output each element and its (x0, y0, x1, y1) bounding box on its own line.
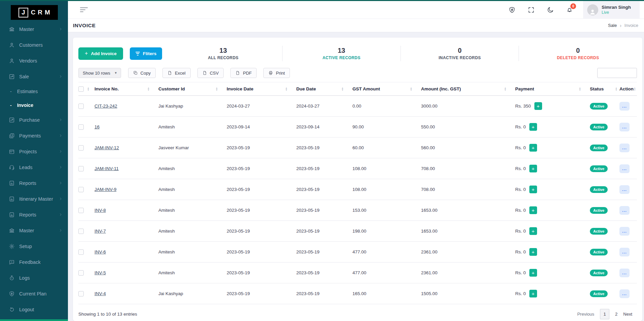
sort-icon[interactable]: ▲▼ (147, 87, 150, 91)
invoice-no-cell: JAM-INV-12 (94, 137, 158, 158)
sidebar-item-setup[interactable]: Setup (0, 238, 68, 254)
row-actions-button[interactable]: ... (619, 227, 630, 236)
pagination-page-1[interactable]: 1 (600, 309, 609, 319)
bell-icon[interactable]: 0 (566, 6, 573, 13)
breadcrumb: Sale › Invoice (608, 23, 638, 28)
sidebar-item-current-plan[interactable]: Current Plan (0, 286, 68, 302)
row-actions-button[interactable]: ... (619, 289, 630, 298)
row-checkbox[interactable] (78, 104, 84, 109)
invoice-link[interactable]: INV-4 (94, 291, 106, 296)
sidebar-item-estimates[interactable]: -Estimates (0, 84, 68, 98)
sidebar-item-reports[interactable]: Reports (0, 175, 68, 191)
row-checkbox[interactable] (78, 229, 84, 234)
add-payment-button[interactable]: + (534, 102, 542, 110)
due-date-cell: 2023-05-19 (296, 283, 352, 304)
fullscreen-icon[interactable] (528, 6, 535, 13)
pagination-previous[interactable]: Previous (577, 312, 594, 317)
row-checkbox[interactable] (78, 291, 84, 296)
row-actions-button[interactable]: ... (619, 123, 630, 131)
chart-icon (9, 74, 15, 80)
sort-icon[interactable]: ▲▼ (615, 87, 617, 91)
invoice-link[interactable]: JAM-INV-11 (94, 166, 119, 171)
invoice-link[interactable]: INV-7 (94, 229, 106, 234)
sort-icon[interactable]: ▲▼ (285, 87, 288, 91)
sidebar-item-customers[interactable]: Customers (0, 37, 68, 53)
sort-icon[interactable]: ▲▼ (579, 87, 581, 91)
column-header-label: Invoice Date (227, 86, 254, 91)
add-payment-button[interactable]: + (529, 248, 537, 256)
sort-icon[interactable]: ▲▼ (410, 87, 412, 91)
add-payment-button[interactable]: + (529, 290, 537, 297)
row-actions-button[interactable]: ... (619, 248, 630, 256)
invoice-link[interactable]: CIT-23-242 (94, 104, 117, 109)
row-checkbox[interactable] (78, 187, 84, 192)
row-checkbox[interactable] (78, 208, 84, 213)
copy-button[interactable]: Copy (128, 68, 156, 78)
add-payment-button[interactable]: + (529, 144, 537, 152)
invoice-link[interactable]: INV-6 (94, 249, 106, 254)
invoice-link[interactable]: 16 (94, 124, 100, 129)
sidebar-item-sale[interactable]: Sale (0, 69, 68, 84)
sidebar-item-payments[interactable]: Payments (0, 128, 68, 144)
row-checkbox[interactable] (78, 145, 84, 151)
breadcrumb-parent[interactable]: Sale (608, 23, 617, 28)
sidebar-item-feedback[interactable]: Feedback (0, 254, 68, 270)
sidebar-item-leads[interactable]: Leads (0, 159, 68, 175)
excel-button[interactable]: Excel (162, 68, 191, 78)
row-checkbox[interactable] (78, 124, 84, 130)
pdf-button[interactable]: PDF (230, 68, 257, 78)
row-actions-button[interactable]: ... (619, 206, 630, 215)
csv-button[interactable]: CSV (197, 68, 224, 78)
shield-bolt-icon[interactable] (508, 6, 516, 13)
user-menu[interactable]: Simran Singh Live (583, 1, 640, 19)
sort-icon[interactable]: ▲▼ (87, 87, 94, 91)
row-checkbox[interactable] (78, 166, 84, 171)
action-cell: ... (619, 117, 637, 137)
search-input[interactable] (597, 68, 637, 78)
app-logo[interactable]: J CRM (11, 5, 58, 20)
row-checkbox-cell (78, 96, 87, 117)
select-all-checkbox[interactable] (78, 86, 84, 92)
invoice-link[interactable]: INV-8 (94, 208, 106, 213)
add-payment-button[interactable]: + (529, 206, 537, 214)
filters-button[interactable]: Fliters (130, 47, 162, 60)
sidebar-item-vendors[interactable]: Vendors (0, 53, 68, 69)
moon-icon[interactable] (547, 6, 554, 13)
add-invoice-button[interactable]: + Add Invoice (78, 47, 123, 60)
add-payment-button[interactable]: + (529, 186, 537, 193)
invoice-link[interactable]: JAM-INV-12 (94, 145, 119, 150)
add-payment-button[interactable]: + (529, 227, 537, 235)
sort-icon[interactable]: ▲▼ (216, 87, 218, 91)
sidebar-item-master[interactable]: Master (0, 21, 68, 37)
sidebar-item-projects[interactable]: Projects (0, 144, 68, 159)
row-checkbox[interactable] (78, 270, 84, 276)
invoice-link[interactable]: INV-5 (94, 270, 106, 275)
sidebar-item-purchase[interactable]: Purchase (0, 112, 68, 128)
row-actions-button[interactable]: ... (619, 269, 630, 277)
action-cell: ... (619, 283, 637, 304)
sidebar-item-itinerary-master[interactable]: Itinerary Master (0, 191, 68, 207)
sidebar-item-logout[interactable]: Logout (0, 302, 68, 317)
sort-icon[interactable]: ▲▼ (634, 87, 636, 91)
sidebar-item-logs[interactable]: Logs (0, 270, 68, 286)
row-actions-button[interactable]: ... (619, 164, 630, 173)
add-payment-button[interactable]: + (529, 165, 537, 172)
add-payment-button[interactable]: + (529, 123, 537, 131)
sidebar-item-master[interactable]: Master (0, 223, 68, 238)
sidebar-item-label: Master (19, 228, 34, 233)
sort-icon[interactable]: ▲▼ (341, 87, 344, 91)
row-actions-button[interactable]: ... (619, 144, 630, 152)
row-actions-button[interactable]: ... (619, 102, 630, 111)
menu-toggle-icon[interactable] (80, 6, 88, 13)
print-button[interactable]: Print (263, 68, 290, 78)
invoice-link[interactable]: JAM-INV-9 (94, 187, 116, 192)
pagination-next[interactable]: Next (623, 312, 632, 317)
sidebar-item-reports[interactable]: Reports (0, 207, 68, 223)
add-payment-button[interactable]: + (529, 269, 537, 277)
row-actions-button[interactable]: ... (619, 185, 630, 194)
pagination-page-2[interactable]: 2 (615, 312, 617, 317)
sort-icon[interactable]: ▲▼ (504, 87, 506, 91)
row-checkbox[interactable] (78, 249, 84, 255)
rows-per-page-select[interactable]: Show 10 rows ▼ (78, 68, 121, 78)
sidebar-item-invoice[interactable]: -Invoice (0, 98, 68, 112)
